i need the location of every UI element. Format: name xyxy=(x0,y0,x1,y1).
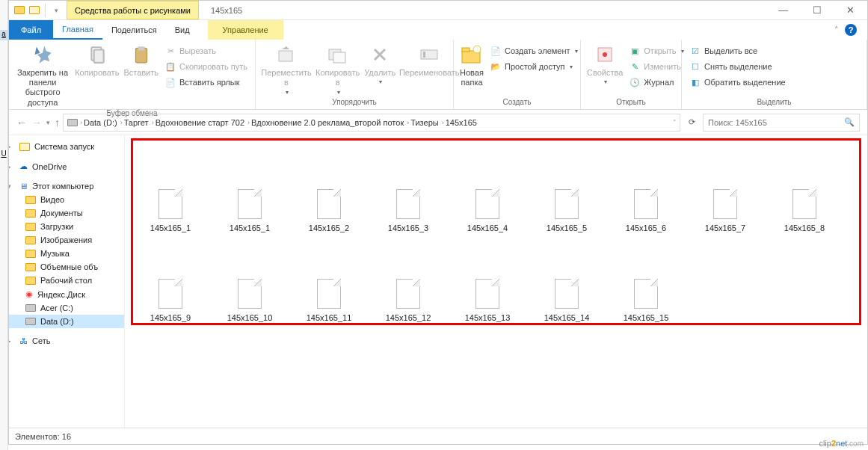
new-item-button[interactable]: 📄Создать элемент▾ xyxy=(488,44,579,58)
file-item[interactable]: 145x165_13 xyxy=(448,232,527,322)
select-all-button[interactable]: ☑Выделить все xyxy=(688,44,787,58)
crumb[interactable]: 145x165 xyxy=(446,118,477,127)
tree-quick-access[interactable]: ▸Система запуск xyxy=(9,140,124,153)
file-item[interactable]: 145x165_2 xyxy=(289,143,369,232)
copypath-button[interactable]: 📋Скопировать путь xyxy=(163,60,249,73)
easy-access-button[interactable]: 📂Простой доступ▾ xyxy=(488,60,579,73)
qat-dropdown[interactable]: ▾ xyxy=(50,4,62,16)
cut-button[interactable]: ✂Вырезать xyxy=(163,44,249,58)
minimize-button[interactable]: — xyxy=(766,1,800,19)
tree-documents[interactable]: Документы xyxy=(9,206,124,220)
search-box[interactable]: 🔍 xyxy=(703,114,860,132)
edit-button[interactable]: ✎Изменить xyxy=(627,60,685,73)
file-icon xyxy=(634,279,658,309)
file-item[interactable]: 145x165_9 xyxy=(131,232,210,322)
file-item[interactable]: 145x165_12 xyxy=(369,232,448,322)
pin-label: Закрепить на панели быстрого доступа xyxy=(15,68,70,108)
file-label: 145x165_3 xyxy=(388,224,428,232)
crumb[interactable]: Таргет› xyxy=(124,118,154,127)
file-item[interactable]: 145x165_1 xyxy=(131,143,210,232)
copy-button[interactable]: Копировать xyxy=(75,43,119,77)
file-grid[interactable]: 145x165_1145x165_1145x165_2145x165_3145x… xyxy=(125,135,867,428)
file-icon xyxy=(238,189,262,219)
file-item[interactable]: 145x165_11 xyxy=(289,232,369,322)
file-item[interactable]: 145x165_14 xyxy=(527,232,606,322)
tree-videos[interactable]: Видео xyxy=(9,193,124,206)
delete-button[interactable]: Удалить▾ xyxy=(364,43,395,85)
crumb[interactable]: Data (D:)› xyxy=(84,118,123,127)
file-item[interactable]: 145x165_7 xyxy=(686,143,765,232)
file-item[interactable]: 145x165_10 xyxy=(210,232,289,322)
tree-drive-c[interactable]: Acer (C:) xyxy=(9,301,124,315)
open-button[interactable]: ▣Открыть▾ xyxy=(627,44,685,58)
tree-desktop[interactable]: Рабочий стол xyxy=(9,274,124,287)
tree-music[interactable]: Музыка xyxy=(9,247,124,260)
file-item[interactable]: 145x165_4 xyxy=(448,143,527,232)
crumb[interactable]: Вдохновение 2.0 реклама_второй поток› xyxy=(251,118,409,127)
file-label: 145x165_1 xyxy=(150,224,191,232)
rename-button[interactable]: Переименовать xyxy=(400,43,458,77)
new-item-icon: 📄 xyxy=(490,45,502,57)
file-label: 145x165_8 xyxy=(784,224,825,232)
paste-button[interactable]: Вставить xyxy=(123,43,158,77)
address-bar[interactable]: › Data (D:)› Таргет› Вдохновение старт 7… xyxy=(63,114,680,132)
crumb[interactable]: Тизеры› xyxy=(410,118,443,127)
tab-share[interactable]: Поделиться xyxy=(102,20,166,40)
svg-rect-4 xyxy=(279,51,292,61)
file-label: 145x165_12 xyxy=(386,313,431,322)
qat-item[interactable] xyxy=(28,4,40,16)
crumb[interactable]: Вдохновение старт 702› xyxy=(156,118,250,127)
tree-pictures[interactable]: Изображения xyxy=(9,233,124,247)
close-button[interactable]: ✕ xyxy=(834,1,867,19)
forward-button[interactable]: → xyxy=(31,117,42,129)
copyto-button[interactable]: Копировать в▾ xyxy=(316,43,360,96)
file-item[interactable]: 145x165_1 xyxy=(210,143,289,232)
tree-drive-d[interactable]: Data (D:) xyxy=(9,315,124,328)
tree-downloads[interactable]: Загрузки xyxy=(9,220,124,233)
address-dropdown[interactable]: ˅ xyxy=(673,119,677,126)
file-icon xyxy=(317,279,341,309)
cloud-icon: ☁ xyxy=(19,161,28,171)
file-item[interactable]: 145x165_6 xyxy=(606,143,686,232)
history-button[interactable]: 🕓Журнал xyxy=(627,75,685,89)
tree-network[interactable]: ▸🖧Сеть xyxy=(9,334,124,348)
tree-yandex[interactable]: ◉Яндекс.Диск xyxy=(9,287,124,301)
file-item[interactable]: 145x165_15 xyxy=(606,232,686,322)
maximize-button[interactable]: ☐ xyxy=(800,1,834,19)
tab-home[interactable]: Главная xyxy=(53,20,102,40)
file-item[interactable]: 145x165_8 xyxy=(765,143,844,232)
file-item[interactable]: 145x165_3 xyxy=(369,143,448,232)
navigation-tree[interactable]: ▸Система запуск ▸☁OneDrive ▾🖥Этот компью… xyxy=(9,135,125,428)
drive-icon xyxy=(67,117,79,129)
file-icon xyxy=(158,189,182,219)
tab-view[interactable]: Вид xyxy=(166,20,199,40)
back-button[interactable]: ← xyxy=(16,117,27,129)
recent-dropdown[interactable]: ▾ xyxy=(46,119,50,126)
refresh-button[interactable]: ⟳ xyxy=(683,117,700,127)
file-icon xyxy=(555,279,579,309)
file-label: 145x165_14 xyxy=(544,313,590,322)
file-label: 145x165_6 xyxy=(626,224,666,232)
properties-button[interactable]: Свойства▾ xyxy=(587,43,623,85)
tree-this-pc[interactable]: ▾🖥Этот компьютер xyxy=(9,179,124,193)
easy-access-icon: 📂 xyxy=(490,61,502,73)
search-input[interactable] xyxy=(708,118,844,127)
up-button[interactable]: ↑ xyxy=(55,117,60,129)
ribbon-collapse-icon[interactable]: ˄ xyxy=(834,25,839,35)
tab-manage[interactable]: Управление xyxy=(208,20,283,40)
new-folder-button[interactable]: Новая папка xyxy=(460,43,484,87)
file-icon xyxy=(475,279,499,309)
tree-onedrive[interactable]: ▸☁OneDrive xyxy=(9,159,124,173)
tree-3d[interactable]: Объемные объ xyxy=(9,260,124,274)
pin-button[interactable]: Закрепить на панели быстрого доступа xyxy=(15,43,70,108)
invert-selection-button[interactable]: ◧Обратить выделение xyxy=(688,75,787,89)
moveto-button[interactable]: Переместить в▾ xyxy=(262,43,311,96)
help-icon[interactable]: ? xyxy=(845,24,857,36)
file-tab[interactable]: Файл xyxy=(9,20,53,40)
select-none-button[interactable]: ☐Снять выделение xyxy=(688,60,787,73)
paste-shortcut-button[interactable]: 📄Вставить ярлык xyxy=(163,75,249,89)
file-item[interactable]: 145x165_5 xyxy=(527,143,606,232)
file-icon xyxy=(317,189,341,219)
separator xyxy=(45,4,46,17)
copy-label: Копировать xyxy=(75,68,119,77)
